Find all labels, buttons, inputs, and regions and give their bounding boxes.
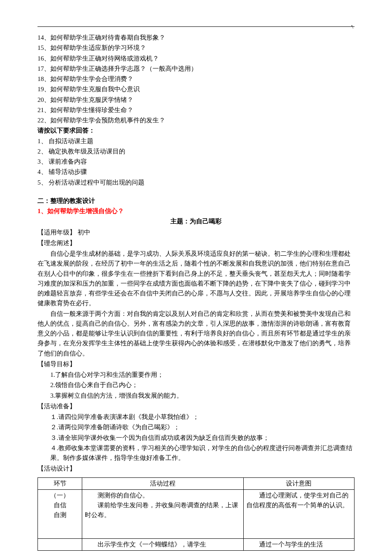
row2-process-text: 出示学生作文《一个蝴蝶结》，请学生 (85, 540, 241, 549)
row1-process: 测测你的自信心。 课前给学生发问卷，并收集问卷调查的结果，上课时公布。 (82, 489, 244, 538)
requirements-title: 请按以下要求回答： (37, 126, 355, 136)
requirement-1: 1、 自拟活动课主题 (37, 136, 355, 146)
requirement-4: 4、 辅导活动步骤 (37, 167, 355, 177)
section-two-title: 二：整理的教案设计 (37, 196, 355, 206)
requirement-3: 3、 课前准备内容 (37, 157, 355, 167)
goal-1: 1.了解自信心对学习和生活的重要作用； (50, 370, 355, 380)
row1-intent: 通过心理测试，使学生对自己的自信程度的高低有一个简单的认识。 (243, 489, 354, 538)
activity-table: 环节 活动过程 设计意图 （一） 自信 自测 测测你的自信心。 课前给学生发问卷… (37, 477, 355, 551)
question-21: 21、如何帮助学生懂得珍爱生命？ (37, 105, 355, 115)
table-row-2: 出示学生作文《一个蝴蝶结》，请学生 通过一个与学生的生活 (38, 538, 355, 550)
design-label: 【活动设计】 (37, 464, 355, 474)
row1-process-a: 测测你的自信心。 (85, 491, 241, 500)
prep-label: 【活动准备】 (37, 402, 355, 411)
corner-mark: '\ (352, 23, 353, 31)
goal-3: 3.掌握树立自信的方法，增强自我发展的能力。 (50, 391, 355, 401)
grade-label: 【适用年级】 初中 (37, 228, 355, 237)
goal-2: 2.领悟自信心来自于自己内心； (50, 380, 355, 390)
row2-stage (38, 538, 82, 550)
prep-3: ３.请全班同学课外收集一个因为自信而成功或者因为缺乏自信而失败的故事； (50, 433, 355, 443)
prep-2: ２.请两位同学准备朗诵诗歌《为自己喝彩》； (50, 422, 355, 432)
item-1-title: 1、如何帮助学生增强自信心？ (37, 206, 355, 216)
idea-label: 【理念阐述】 (37, 238, 355, 248)
question-16: 16、如何帮助学生正确对待网络或游戏机？ (37, 54, 355, 64)
row2-intent: 通过一个与学生的生活 (243, 538, 354, 550)
requirement-2: 2、 确定执教年级及活动课目的 (37, 147, 355, 156)
row1-stage-b: 自信 (40, 500, 79, 510)
row1-intent-text: 通过心理测试，使学生对自己的自信程度的高低有一个简单的认识。 (246, 491, 352, 511)
th-process: 活动过程 (82, 477, 244, 489)
question-17: 17、如何帮助学生正确选择升学志愿？（一般高中选用） (37, 64, 355, 74)
question-19: 19、如何帮助学生克服自我中心意识 (37, 84, 355, 94)
row1-stage: （一） 自信 自测 (38, 489, 82, 538)
goal-label: 【辅导目标】 (37, 359, 355, 369)
row1-process-b: 课前给学生发问卷，并收集问卷调查的结果，上课时公布。 (85, 500, 241, 520)
prep-1: １.请四位同学准备表演课本剧《我是小草我怕谁》； (50, 412, 355, 422)
row2-intent-text: 通过一个与学生的生活 (246, 540, 352, 549)
th-stage: 环节 (38, 477, 82, 489)
question-14: 14、如何帮助学生正确对待青春期自我形象？ (37, 33, 355, 43)
idea-paragraph-1: 自信心是学生成材的基础，是学习成功、人际关系及环境适应良好的第一秘诀。初二学生的… (37, 249, 355, 309)
table-row-1: （一） 自信 自测 测测你的自信心。 课前给学生发问卷，并收集问卷调查的结果，上… (38, 489, 355, 538)
th-intent: 设计意图 (243, 477, 354, 489)
table-header-row: 环节 活动过程 设计意图 (38, 477, 355, 489)
row1-stage-a: （一） (40, 491, 79, 500)
question-18: 18、如何帮助学生学会合理消费？ (37, 74, 355, 84)
requirement-5: 5、 分析活动课过程中可能出现的问题 (37, 178, 355, 188)
top-rule (37, 26, 355, 27)
idea-paragraph-2: 自信一般来源于两个方面：对自我的肯定以及别人对自己的肯定和欣赏，从而在赞美和被赞… (37, 309, 355, 358)
question-22: 22、如何帮助学生学会预防危机事件的发生？ (37, 116, 355, 125)
row1-stage-c: 自测 (40, 510, 79, 520)
question-20: 20、如何帮助学生克服厌学情绪？ (37, 95, 355, 105)
subject-line: 主题：为自己喝彩 (37, 217, 355, 226)
question-15: 15、如何帮助学生适应新的学习环境？ (37, 43, 355, 53)
prep-4: ４.教师收集本堂课需要的资料，学习相关的心理学知识，对学生的自信心的程度进行问卷… (50, 443, 355, 463)
row2-process: 出示学生作文《一个蝴蝶结》，请学生 (82, 538, 244, 550)
